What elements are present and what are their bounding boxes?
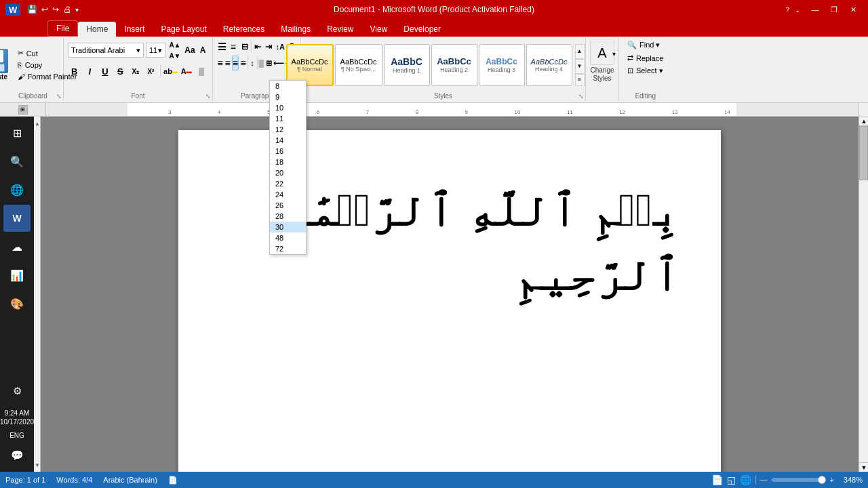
subscript-btn[interactable]: X₂ bbox=[129, 64, 142, 79]
size-option-11[interactable]: 11 bbox=[270, 113, 306, 124]
style-heading4[interactable]: AaBbCcDc Heading 4 bbox=[526, 44, 572, 86]
tab-mailings[interactable]: Mailings bbox=[273, 22, 319, 37]
change-styles-button[interactable]: A ChangeStyles ▾ bbox=[586, 38, 619, 101]
view-fullscreen-btn[interactable]: ◱ bbox=[727, 474, 736, 485]
find-button[interactable]: 🔍 Find ▾ bbox=[623, 39, 667, 51]
tab-references[interactable]: References bbox=[215, 22, 273, 37]
line-spacing-btn[interactable]: ↕ bbox=[250, 56, 256, 70]
select-button[interactable]: ⊡ Select ▾ bbox=[623, 65, 667, 77]
sidebar-start-icon[interactable]: ⊞ bbox=[3, 119, 31, 146]
view-ruler-btn[interactable]: ⊞ bbox=[18, 105, 28, 115]
superscript-btn[interactable]: X² bbox=[144, 64, 158, 79]
scroll-down-page-btn[interactable]: ▼ bbox=[34, 458, 41, 472]
text-highlight-btn[interactable]: ab▬ bbox=[163, 64, 178, 79]
bullets-btn[interactable]: ☰ bbox=[217, 39, 227, 54]
shading-para-btn[interactable]: ▒ bbox=[258, 56, 264, 70]
size-option-20[interactable]: 20 bbox=[270, 167, 306, 178]
style-heading2[interactable]: AaBbCc Heading 2 bbox=[431, 44, 477, 86]
sidebar-art-icon[interactable]: 🎨 bbox=[3, 290, 31, 317]
rtl-btn[interactable]: ⟵ bbox=[273, 56, 284, 70]
zoom-thumb[interactable] bbox=[818, 476, 826, 484]
sidebar-cloud-icon[interactable]: ☁ bbox=[3, 233, 31, 260]
styles-scroll-down-btn[interactable]: ▼ bbox=[575, 59, 585, 74]
tab-view[interactable]: View bbox=[362, 22, 396, 37]
scroll-thumb[interactable] bbox=[859, 126, 868, 180]
close-btn[interactable]: ✕ bbox=[844, 3, 863, 16]
size-option-24[interactable]: 24 bbox=[270, 189, 306, 200]
minimize-btn[interactable]: — bbox=[806, 3, 825, 16]
numbered-list-btn[interactable]: ≡ bbox=[229, 39, 239, 54]
borders-btn[interactable]: ⊞ bbox=[266, 56, 272, 70]
size-option-8[interactable]: 8 bbox=[270, 81, 306, 92]
quick-undo-btn[interactable]: ↩ bbox=[41, 5, 48, 14]
paste-button[interactable]: Paste bbox=[0, 47, 12, 82]
increase-indent-btn[interactable]: ⇥ bbox=[264, 39, 274, 54]
font-color-btn[interactable]: A▬ bbox=[180, 64, 193, 79]
align-center-btn[interactable]: ≡ bbox=[224, 56, 231, 70]
quick-save-btn[interactable]: 💾 bbox=[27, 5, 37, 14]
style-no-spacing[interactable]: AaBbCcDc ¶ No Spaci... bbox=[335, 44, 382, 86]
tab-review[interactable]: Review bbox=[319, 22, 361, 37]
font-size-selector[interactable]: 11 ▾ bbox=[146, 43, 165, 58]
view-layout-btn[interactable]: 📄 bbox=[711, 474, 723, 485]
size-option-72[interactable]: 72 bbox=[270, 243, 306, 254]
sidebar-chat-icon[interactable]: 💬 bbox=[3, 442, 31, 469]
quick-print-btn[interactable]: 🖨 bbox=[63, 5, 71, 14]
tab-home[interactable]: Home bbox=[78, 22, 116, 37]
font-name-selector[interactable]: Traditional Arabi ▾ bbox=[68, 43, 144, 58]
zoom-out-btn[interactable]: — bbox=[760, 476, 768, 484]
decrease-font-btn[interactable]: A▼ bbox=[167, 50, 182, 61]
size-option-22[interactable]: 22 bbox=[270, 178, 306, 189]
shading-btn[interactable]: ▒ bbox=[195, 64, 208, 79]
increase-font-btn[interactable]: A▲ bbox=[167, 39, 182, 50]
font-expand-btn[interactable]: ⤡ bbox=[205, 93, 211, 100]
document-canvas[interactable]: بِسۡمِ ٱللَّهِ ٱلرَّحۡمَٰنِ ٱلرَّحِيمِ bbox=[41, 117, 859, 472]
decrease-indent-btn[interactable]: ⇤ bbox=[253, 39, 263, 54]
italic-btn[interactable]: I bbox=[83, 64, 97, 79]
multilevel-list-btn[interactable]: ⊟ bbox=[239, 39, 250, 54]
strikethrough-btn[interactable]: S bbox=[114, 64, 127, 79]
maximize-btn[interactable]: ❐ bbox=[825, 3, 844, 16]
help-btn[interactable]: ? bbox=[785, 6, 789, 14]
quick-dropdown-btn[interactable]: ▾ bbox=[75, 6, 79, 14]
size-option-48[interactable]: 48 bbox=[270, 232, 306, 243]
sidebar-excel-icon[interactable]: 📊 bbox=[3, 262, 31, 289]
zoom-slider[interactable] bbox=[772, 478, 826, 482]
size-option-12[interactable]: 12 bbox=[270, 124, 306, 135]
sort-btn[interactable]: ↕A bbox=[275, 39, 285, 54]
scroll-down-btn[interactable]: ▼ bbox=[859, 462, 868, 472]
language-icon[interactable]: 📄 bbox=[168, 476, 178, 485]
bold-btn[interactable]: B bbox=[68, 64, 81, 79]
align-right-btn[interactable]: ≡ bbox=[232, 56, 239, 70]
size-option-10[interactable]: 10 bbox=[270, 102, 306, 113]
sidebar-word-icon[interactable]: W bbox=[3, 205, 31, 232]
style-heading3[interactable]: AaBbCc Heading 3 bbox=[479, 44, 525, 86]
zoom-in-btn[interactable]: + bbox=[830, 476, 834, 484]
justify-btn[interactable]: ≡ bbox=[240, 56, 246, 70]
align-left-btn[interactable]: ≡ bbox=[217, 56, 223, 70]
tab-file[interactable]: File bbox=[47, 20, 78, 37]
replace-button[interactable]: ⇄ Replace bbox=[623, 52, 667, 64]
sidebar-ie-icon[interactable]: 🌐 bbox=[3, 176, 31, 203]
styles-expand-btn[interactable]: ⤡ bbox=[578, 93, 584, 100]
size-option-30[interactable]: 30 bbox=[270, 222, 306, 232]
underline-btn[interactable]: U bbox=[98, 64, 112, 79]
size-option-28[interactable]: 28 bbox=[270, 211, 306, 222]
clipboard-expand-btn[interactable]: ⤡ bbox=[56, 93, 62, 100]
styles-scroll-up-btn[interactable]: ▲ bbox=[575, 44, 585, 59]
sidebar-search-icon[interactable]: 🔍 bbox=[3, 148, 31, 175]
tab-page-layout[interactable]: Page Layout bbox=[153, 22, 214, 37]
style-heading1[interactable]: AaBbC Heading 1 bbox=[384, 44, 430, 86]
sidebar-settings-icon[interactable]: ⚙ bbox=[3, 378, 31, 405]
zoom-level[interactable]: 348% bbox=[838, 476, 863, 484]
styles-more-btn[interactable]: ≡ bbox=[575, 74, 585, 86]
clear-formatting-btn[interactable]: Aa bbox=[184, 43, 195, 58]
tab-insert[interactable]: Insert bbox=[116, 22, 153, 37]
size-option-16[interactable]: 16 bbox=[270, 146, 306, 157]
ribbon-toggle-btn[interactable]: ⌄ bbox=[795, 6, 800, 14]
size-option-9[interactable]: 9 bbox=[270, 92, 306, 102]
size-option-26[interactable]: 26 bbox=[270, 200, 306, 211]
size-option-18[interactable]: 18 bbox=[270, 157, 306, 167]
vertical-scrollbar[interactable]: ▲ ▼ bbox=[859, 117, 868, 472]
view-web-btn[interactable]: 🌐 bbox=[740, 474, 751, 485]
